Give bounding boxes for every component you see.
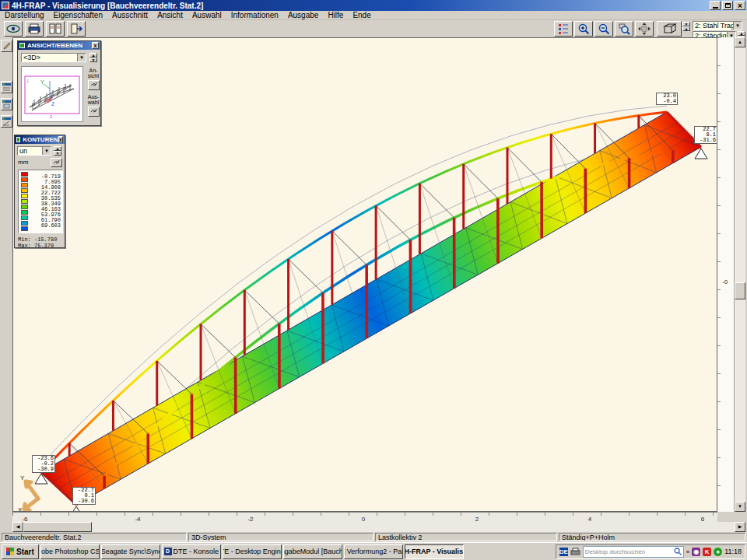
desktop-search-input[interactable]: Desktop durchsuchen	[583, 546, 684, 558]
ansicht-ebenen-panel: ANSICHT/EBENEN x <3D> ▼ ▲▼	[17, 40, 101, 126]
menu-informationen[interactable]: Informationen	[226, 11, 283, 19]
panel-icon	[2, 100, 11, 109]
view-cube-button[interactable]	[657, 21, 682, 37]
contour-quantity-select[interactable]: un ▼	[17, 146, 51, 156]
vertical-scrollbar[interactable]: ▲ ▼	[735, 37, 745, 512]
taskbar-item-eingabemodul[interactable]: † EingabeModul [Bauchvee...	[283, 544, 342, 559]
exit-button[interactable]	[67, 21, 86, 37]
chevron-down-icon[interactable]: ▼	[733, 22, 742, 30]
preview-axis-z: Z	[51, 101, 55, 107]
menu-ansicht[interactable]: Ansicht	[153, 11, 188, 19]
taskbar-item-dte-konsole[interactable]: D DTE - Konsole	[162, 544, 221, 559]
taskbar-item-photoshop[interactable]: Ps Adobe Photoshop CS3 E...	[40, 544, 100, 559]
tray-de-icon[interactable]: DE	[559, 548, 568, 556]
menu-ende[interactable]: Ende	[348, 11, 375, 19]
menu-ausgabe[interactable]: Ausgabe	[283, 11, 323, 19]
contour-spinner[interactable]: ▲▼	[54, 146, 61, 156]
unit-apply-button[interactable]	[51, 158, 62, 167]
menu-eigenschaften[interactable]: Eigenschaften	[49, 11, 107, 19]
preview-axis-y: Y	[40, 79, 44, 85]
pages-button[interactable]	[46, 21, 65, 37]
windows-flag-icon	[6, 548, 14, 555]
zoom-in-button[interactable]	[574, 21, 593, 37]
zoom-out-icon	[598, 23, 610, 35]
tray-icon-1[interactable]: ◉	[692, 548, 700, 556]
konturen-panel-titlebar[interactable]: KONTUREN x	[15, 135, 65, 144]
tray-collapse-icon[interactable]: «	[686, 548, 689, 555]
node-label: 22.78.1-31.6	[694, 126, 717, 144]
preview-eye-button[interactable]	[4, 21, 23, 37]
status-bar: Bauchveerendeltr. Stat.2 3D-System Lastk…	[0, 532, 747, 542]
paint-icon: 🖌	[344, 548, 345, 555]
restore-button[interactable]	[722, 1, 733, 10]
print-button[interactable]	[25, 21, 44, 37]
ansicht-apply-button[interactable]	[88, 80, 100, 90]
zoom-out-button[interactable]	[594, 21, 613, 37]
scroll-down-icon[interactable]: ▼	[735, 502, 745, 512]
close-button[interactable]: ×	[735, 1, 745, 10]
auswahl-apply-button[interactable]	[88, 107, 100, 117]
result-select[interactable]: 2: Stahl Tragfähigkeit (Th. 2. O ▼	[693, 21, 742, 30]
panel-icon	[2, 83, 11, 92]
minimized-panel-button-2[interactable]	[1, 98, 12, 110]
taskbar-item-explorer[interactable]: ▱ J:\Seagate Sync\SyncRe...	[101, 544, 160, 559]
pan-arrows-icon	[637, 22, 651, 36]
axis-x-label: X	[18, 506, 23, 512]
view-preview[interactable]: Y Z 1 2	[21, 66, 83, 122]
legend-swatch	[21, 194, 28, 198]
legend-swatch	[21, 221, 28, 226]
close-icon[interactable]: x	[58, 136, 63, 143]
close-icon[interactable]: x	[92, 42, 99, 49]
menu-ausschnitt[interactable]: Ausschnitt	[107, 11, 153, 19]
tray-printer-icon[interactable]	[570, 548, 580, 556]
minimized-panel-button-1[interactable]	[1, 81, 12, 93]
menu-darstellung[interactable]: Darstellung	[0, 11, 49, 19]
preview-wireframe: Y Z 1 2	[22, 67, 82, 121]
vertical-ruler: -0	[717, 37, 735, 512]
start-button[interactable]: Start	[2, 544, 39, 559]
pages-icon	[49, 23, 61, 34]
scroll-left-icon[interactable]: ◀	[12, 522, 23, 532]
result-select-value: 2: Stahl Tragfähigkeit (Th. 2. O	[693, 22, 733, 30]
panel-icon	[16, 137, 20, 142]
minimized-panel-button-3[interactable]	[1, 115, 12, 128]
menu-hilfe[interactable]: Hilfe	[323, 11, 348, 19]
main-canvas[interactable]: 23.0-0.4 22.78.1-31.6 -23.6-0.2-30.9 -22…	[12, 37, 717, 512]
taskbar-item-dte-desktop[interactable]: ⚙ DTE - Desktop Engineeri...	[223, 544, 282, 559]
scroll-up-icon[interactable]: ▲	[735, 37, 745, 47]
eye-icon	[6, 24, 20, 33]
view-select[interactable]: <3D> ▼	[21, 53, 86, 62]
horizontal-scrollbar[interactable]: ◀ ▶	[12, 522, 745, 532]
edit-pencil-button[interactable]	[1, 40, 12, 52]
zoom-window-button[interactable]	[615, 21, 633, 37]
vertical-scroll-thumb[interactable]	[735, 282, 745, 299]
pan-control[interactable]	[635, 21, 654, 37]
workspace: 23.0-0.4 22.78.1-31.6 -23.6-0.2-30.9 -22…	[0, 37, 747, 512]
taskbar-item-4hfrap-active[interactable]: 4H 4H-FRAP - Visualisier...	[405, 544, 464, 559]
taskbar-item-paint[interactable]: 🖌 Verformung2 - Paint	[344, 544, 403, 559]
menu-auswahl[interactable]: Auswahl	[188, 11, 226, 19]
node-label: 23.0-0.4	[656, 93, 678, 105]
minimize-button[interactable]	[710, 1, 721, 10]
cube-3d-icon	[661, 23, 678, 35]
view-select-spinner[interactable]: ▲▼	[89, 53, 97, 62]
title-bar[interactable]: 4H-FRAP - Visualisierung [Bauchveerendel…	[0, 0, 747, 11]
scroll-right-icon[interactable]: ▶	[735, 522, 745, 532]
view-spinner[interactable]: ▼▲	[682, 22, 690, 31]
chevron-down-icon[interactable]: ▼	[77, 54, 86, 61]
panel-icon	[2, 117, 11, 126]
tray-icon-3[interactable]: ●	[714, 548, 722, 556]
dte-icon: D	[164, 548, 172, 555]
tray-icon-2[interactable]: K	[703, 548, 711, 556]
search-placeholder: Desktop durchsuchen	[585, 548, 674, 555]
search-icon[interactable]	[674, 548, 682, 555]
legend-value: 69.603	[30, 222, 61, 229]
ansicht-panel-titlebar[interactable]: ANSICHT/EBENEN x	[18, 41, 100, 50]
status-document: Bauchveerendeltr. Stat.2	[2, 533, 187, 541]
horizontal-scroll-thumb[interactable]	[23, 522, 92, 532]
menu-bar: Darstellung Eigenschaften Ausschnitt Ans…	[0, 11, 747, 20]
legend-swatch	[21, 210, 28, 215]
chevron-down-icon[interactable]: ▼	[42, 147, 51, 155]
contour-quantity-value: un	[18, 147, 42, 155]
legend-toggle-button[interactable]	[554, 21, 573, 37]
